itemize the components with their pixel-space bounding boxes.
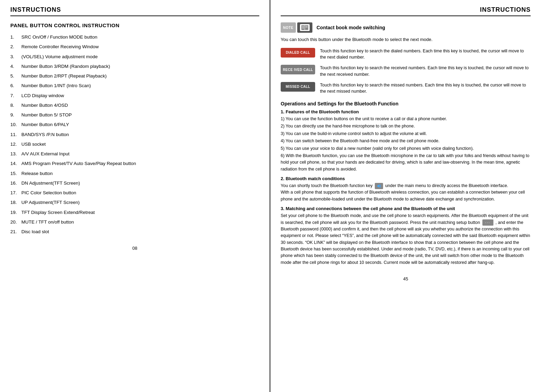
section-title: PANEL BUTTON CONTROL INSTRUCTION xyxy=(10,22,259,28)
item-label: Number Button 6/PALY xyxy=(21,121,259,128)
list-item: 10.Number Button 6/PALY xyxy=(10,121,259,128)
list-item: 15.Release button xyxy=(10,170,259,177)
ops-match3: Set your cell phone to the Bluetooth mod… xyxy=(281,213,531,266)
call-item: MISSED CALL Touch this function key to s… xyxy=(281,82,531,95)
call-item: RECE IVED CALL Touch this function key t… xyxy=(281,65,531,78)
list-item: 19.TFT Display Screen Extend/Retreat xyxy=(10,209,259,216)
call-description: Touch this function key to search the mi… xyxy=(320,82,531,95)
list-item: 8.Number Button 4/OSD xyxy=(10,102,259,109)
item-number: 2. xyxy=(10,43,21,50)
feature-item: 2) You can directly use the hand-free mi… xyxy=(281,123,531,130)
item-number: 7. xyxy=(10,92,21,99)
item-number: 19. xyxy=(10,209,21,216)
call-button: DIALED CALL xyxy=(281,48,315,58)
call-button: RECE IVED CALL xyxy=(281,65,315,74)
item-label: Release button xyxy=(21,170,259,177)
contact-book-header: NOTE Co xyxy=(281,22,531,33)
item-label: LCD Display window xyxy=(21,92,259,99)
item-number: 15. xyxy=(10,170,21,177)
item-number: 16. xyxy=(10,180,21,187)
contact-book-desc: You can touch this button under the Blue… xyxy=(281,36,531,43)
item-label: Number Button 1/INT (Intro Scan) xyxy=(21,82,259,89)
item-label: Disc load slot xyxy=(21,228,259,235)
list-item: 21.Disc load slot xyxy=(10,228,259,235)
list-item: 14.AMS Program Preset/TV Auto Save/Play … xyxy=(10,160,259,167)
feature-item: 1) You can use the function buttons on t… xyxy=(281,116,531,122)
item-number: 1. xyxy=(10,34,21,41)
left-page-header: INSTRUCTIONS xyxy=(10,6,259,16)
item-number: 3. xyxy=(10,53,21,60)
item-label: USB socket xyxy=(21,141,259,148)
ops-sub1: 1. Features of the Bluetooth function xyxy=(281,109,531,114)
list-item: 11.BAND/SYS /P.N button xyxy=(10,131,259,138)
item-number: 13. xyxy=(10,151,21,157)
list-item: 1.SRC On/Off / Function MODE button xyxy=(10,34,259,41)
item-number: 6. xyxy=(10,82,21,89)
item-label: (VOL/SEL) Volume adjustment mode xyxy=(21,53,259,60)
item-label: AMS Program Preset/TV Auto Save/Play Rep… xyxy=(21,160,259,167)
feature-item: 5) You can use your voice to dial a new … xyxy=(281,145,531,152)
list-item: 5.Number Button 2/RPT (Repeat Playback) xyxy=(10,73,259,80)
item-label: TFT Display Screen Extend/Retreat xyxy=(21,209,259,216)
list-item: 2.Remote Controller Receiving Window xyxy=(10,43,259,50)
list-item: 13.A/V AUX External Input xyxy=(10,151,259,157)
call-description: Touch this function key to search the di… xyxy=(320,48,531,61)
item-label: Number Button 2/RPT (Repeat Playback) xyxy=(21,73,259,80)
item-label: SRC On/Off / Function MODE button xyxy=(21,34,259,41)
note-label: NOTE xyxy=(283,26,293,30)
item-number: 17. xyxy=(10,189,21,196)
item-label: BAND/SYS /P.N button xyxy=(21,131,259,138)
list-item: 9.Number Button 5/ STOP xyxy=(10,112,259,118)
contact-book-image xyxy=(297,22,312,33)
call-item: DIALED CALL Touch this function key to s… xyxy=(281,48,531,61)
item-label: Number Button 3/RDM (Random playback) xyxy=(21,63,259,70)
right-column: INSTRUCTIONS NOTE xyxy=(270,0,541,392)
book-svg xyxy=(301,25,308,30)
ops-features: 1) You can use the function buttons on t… xyxy=(281,116,531,173)
feature-item: 6) With the Bluetooth function, you can … xyxy=(281,153,531,173)
left-column: INSTRUCTIONS PANEL BUTTON CONTROL INSTRU… xyxy=(0,0,270,392)
list-item: 6.Number Button 1/INT (Intro Scan) xyxy=(10,82,259,89)
bt-function-key-icon xyxy=(375,183,383,189)
item-number: 4. xyxy=(10,63,21,70)
item-number: 8. xyxy=(10,102,21,109)
list-item: 17.PIC Color Selection button xyxy=(10,189,259,196)
contact-book-title: Contact book mode switching xyxy=(317,25,385,30)
ops-match2: You can shortly touch the Bluetooth func… xyxy=(281,183,531,203)
panel-button-list: 1.SRC On/Off / Function MODE button2.Rem… xyxy=(10,34,259,235)
item-label: Remote Controller Receiving Window xyxy=(21,43,259,50)
call-button: MISSED CALL xyxy=(281,82,315,92)
right-page-header: INSTRUCTIONS xyxy=(281,6,531,16)
feature-item: 4) You can switch between the Bluetooth … xyxy=(281,138,531,144)
item-number: 14. xyxy=(10,160,21,167)
contact-book-image-inner xyxy=(300,24,310,31)
item-number: 9. xyxy=(10,112,21,118)
call-description: Touch this function key to search the re… xyxy=(320,65,531,78)
setup-btn-icon: ··· xyxy=(482,219,493,226)
list-item: 18.UP Adjustment(TFT Screen) xyxy=(10,199,259,206)
item-label: Number Button 4/OSD xyxy=(21,102,259,109)
svg-point-8 xyxy=(379,186,381,187)
item-label: MUTE / TFT on/off button xyxy=(21,219,259,226)
list-item: 12.USB socket xyxy=(10,141,259,148)
right-page-number: 45 xyxy=(281,276,531,281)
item-number: 11. xyxy=(10,131,21,138)
item-number: 10. xyxy=(10,121,21,128)
note-icon: NOTE xyxy=(281,22,296,33)
left-page-number: 08 xyxy=(10,246,259,251)
item-number: 21. xyxy=(10,228,21,235)
item-number: 12. xyxy=(10,141,21,148)
ops-title: Operations and Settings for the Bluetoot… xyxy=(281,101,531,106)
ops-sub2: 2. Bluetooth match conditions xyxy=(281,176,531,181)
item-label: UP Adjustment(TFT Screen) xyxy=(21,199,259,206)
feature-item: 3) You can use the build-in volume contr… xyxy=(281,131,531,137)
item-number: 18. xyxy=(10,199,21,206)
list-item: 3.(VOL/SEL) Volume adjustment mode xyxy=(10,53,259,60)
ops-sub3: 3. Matching and connections between the … xyxy=(281,206,531,211)
list-item: 20.MUTE / TFT on/off button xyxy=(10,219,259,226)
item-number: 20. xyxy=(10,219,21,226)
list-item: 16.DN Adjustment(TFT Screen) xyxy=(10,180,259,187)
call-items-container: DIALED CALL Touch this function key to s… xyxy=(281,48,531,95)
item-label: Number Button 5/ STOP xyxy=(21,112,259,118)
item-number: 5. xyxy=(10,73,21,80)
